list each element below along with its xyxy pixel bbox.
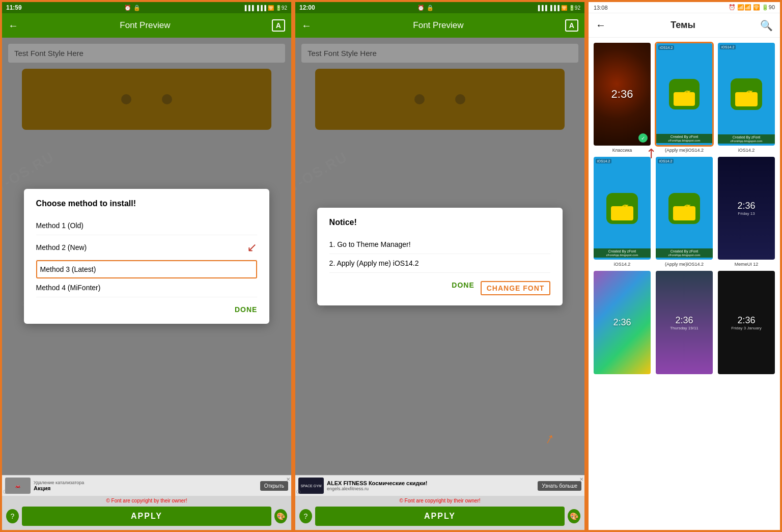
ad-catalyst: Удаление катализатора [34,480,257,485]
status-icons-1: ⏰ 🔒 [124,5,140,11]
theme-item-purple[interactable]: 2:36 Thursday 19/11 [655,270,714,376]
theme-name-ios14-4: iOS14.2 [593,262,652,267]
notice-done-button[interactable]: DONE [452,281,474,295]
apply-button-1[interactable]: APPLY [22,507,271,526]
themes-grid: 2:36 ✓ Классика iOS14.2 𝓩 Created By zFo… [589,38,780,530]
theme-item-apply-ios-2[interactable]: iOS14.2 𝓩 Created By zFontzFontApp.blogs… [655,156,714,267]
ad-fitness-title: ALEX FITNESS Космические скидки! [327,480,535,486]
help-icon-1[interactable]: ? [6,509,19,523]
palette-icon-2[interactable]: 🎨 [568,509,580,523]
theme-item-ios14-4[interactable]: ↗ iOS14.2 𝓩 Created By zFontzFontApp.blo… [593,156,652,267]
theme-item-ios14-3[interactable]: iOS14.2 𝓩 Created By zFontzFontApp.blogs… [717,42,776,153]
font-size-button-2[interactable]: A [565,19,578,32]
ad-fitness-url: engels.alexfitness.ru [327,486,535,491]
app-title-1: Font Preview [120,20,170,31]
bottom-bar-1: © Font are copyright by their owner! ? A… [2,496,291,530]
theme-name-apply-ios-2: (Apply me)iOS14.2 [655,262,714,267]
install-method-dialog: Choose method to install! Method 1 (Old)… [24,189,270,324]
theme-item-dark[interactable]: 2:36 Friday 3 January [717,270,776,376]
theme-thumb-ios14-3: iOS14.2 𝓩 Created By zFontzFontApp.blogs… [717,42,776,147]
help-icon-2[interactable]: ? [299,509,312,523]
time-2: 12:00 [299,4,315,11]
theme-name-memeui: MemeUI 12 [717,262,776,267]
ad-banner-1: ⓘ 🚗 Удаление катализатора Акция Открыть … [2,475,291,496]
arrow-method2: ↙ [247,240,257,255]
copyright-1: © Font are copyright by their owner! [106,498,187,503]
method-3-option[interactable]: Method 3 (Latest) [36,260,258,278]
back-button-2[interactable]: ← [301,20,312,32]
theme-item-memeui[interactable]: 2:36 Friday 13 MemeUI 12 [717,156,776,267]
dialog-overlay-2: Notice! 1. Go to Theme Manager! 2. Apply… [295,38,584,475]
ad-text-2: ALEX FITNESS Космические скидки! engels.… [327,480,535,491]
theme-item-apply-ios[interactable]: iOS14.2 𝓩 Created By zFontzFontApp.blogs… [655,42,714,153]
theme-item-klassika[interactable]: 2:36 ✓ Классика [593,42,652,153]
notice-step-2: 2. Apply (Apply me) iOS14.2 [329,254,551,273]
ad-open-button-1[interactable]: Открыть [260,481,288,491]
theme-name-apply-ios: (Apply me)iOS14.2 [655,148,714,153]
method-2-option[interactable]: Method 2 (New) ↙ [36,235,258,260]
dialog-overlay-1: Choose method to install! Method 1 (Old)… [2,38,291,475]
ad-gym-icon: SPACE GYM [298,478,324,494]
ad-learn-button-2[interactable]: Узнать больше [538,481,581,491]
theme-thumb-colorful: 2:36 [593,270,652,375]
theme-thumb-purple: 2:36 Thursday 19/11 [655,270,714,375]
ad-banner-2: ⓘ SPACE GYM ALEX FITNESS Космические ски… [295,475,584,496]
dialog-title-1: Choose method to install! [36,199,258,208]
ad-promo: Акция [34,485,257,491]
theme-thumb-dark: 2:36 Friday 3 January [717,270,776,375]
theme-thumb-memeui: 2:36 Friday 13 [717,156,776,261]
font-size-button-1[interactable]: A [272,19,285,32]
themes-app-bar: ← Темы 🔍 [589,13,780,38]
method-4-option[interactable]: Method 4 (MiFonter) [36,278,258,297]
time-1: 11:59 [6,4,22,11]
panel-2: 12:00 ⏰ 🔒 ▐▐▐ ▐▐▐ 🛜 🔋92 ← Font Preview A… [293,0,586,532]
palette-icon-1[interactable]: 🎨 [274,509,287,523]
status-icons-2a: ⏰ 🔒 [417,5,433,11]
apply-button-2[interactable]: APPLY [315,507,565,526]
dialog-done-button-1[interactable]: DONE [235,305,257,314]
copyright-2: © Font are copyright by their owner! [399,498,480,503]
app-bar-1: ← Font Preview A [2,13,291,38]
status-bar-1: 11:59 ⏰ 🔒 ▐▐▐ ▐▐▐ 🛜 🔋92 [2,2,291,13]
themes-time: 13:08 [594,5,608,11]
panel-3-themes: 13:08 ⏰ 📶📶 🛜 🔋90 ← Темы 🔍 2:36 ✓ Классик… [586,0,782,532]
zfont-logo-3: 𝓩 [606,193,638,225]
method-1-option[interactable]: Method 1 (Old) [36,216,258,235]
change-font-arrow: ↑ [543,429,558,448]
zfont-logo-1: 𝓩 [669,79,700,110]
theme-thumb-apply-ios: iOS14.2 𝓩 Created By zFontzFontApp.blogs… [655,42,714,147]
zfont-logo-2: 𝓩 [731,78,762,110]
theme-thumb-ios14-4: iOS14.2 𝓩 Created By zFontzFontApp.blogs… [593,156,652,261]
themes-title: Темы [671,20,695,31]
signal-icons-1: ▐▐▐ ▐▐▐ 🛜 🔋92 [243,5,287,11]
ad-text-1: Удаление катализатора Акция [34,480,257,491]
theme-item-colorful[interactable]: 2:36 [593,270,652,376]
notice-step-1: 1. Go to Theme Manager! [329,235,551,254]
preview-content-2: SET-OS.RU SET-OS.RU Notice! 1. Go to The… [295,38,584,475]
back-button-1[interactable]: ← [8,20,18,32]
bottom-bar-2: © Font are copyright by their owner! ? A… [295,496,584,530]
zfont-logo-4: 𝓩 [668,193,700,225]
themes-search-button[interactable]: 🔍 [760,19,773,32]
signal-icons-2: ▐▐▐ ▐▐▐ 🛜 🔋92 [536,5,580,11]
notice-dialog: Notice! 1. Go to Theme Manager! 2. Apply… [317,208,563,305]
theme-thumb-klassika: 2:36 ✓ [593,42,652,147]
themes-status-icons: ⏰ 📶📶 🛜 🔋90 [729,4,775,11]
notice-actions: DONE CHANGE FONT [329,281,551,295]
change-font-button[interactable]: CHANGE FONT [481,281,551,295]
selected-checkmark: ✓ [638,133,648,143]
theme-name-ios14-3: iOS14.2 [717,148,776,153]
dialog-actions-1: DONE [36,305,258,314]
theme-thumb-apply-ios-2: iOS14.2 𝓩 Created By zFontzFontApp.blogs… [655,156,714,261]
app-bar-2: ← Font Preview A [295,13,584,38]
notice-title: Notice! [329,218,551,227]
preview-content-1: SET-OS.RU SET-OS.RU Choose method to ins… [2,38,291,475]
app-title-2: Font Preview [413,20,463,31]
ad-close-button-1[interactable]: ✕ [286,477,290,482]
themes-status-bar: 13:08 ⏰ 📶📶 🛜 🔋90 [589,2,780,13]
ad-image-1: 🚗 [5,478,31,494]
themes-back-button[interactable]: ← [596,19,606,31]
panel-1: 11:59 ⏰ 🔒 ▐▐▐ ▐▐▐ 🛜 🔋92 ← Font Preview A… [0,0,293,532]
status-bar-2: 12:00 ⏰ 🔒 ▐▐▐ ▐▐▐ 🛜 🔋92 [295,2,584,13]
ad-close-button-2[interactable]: ✕ [579,477,583,482]
